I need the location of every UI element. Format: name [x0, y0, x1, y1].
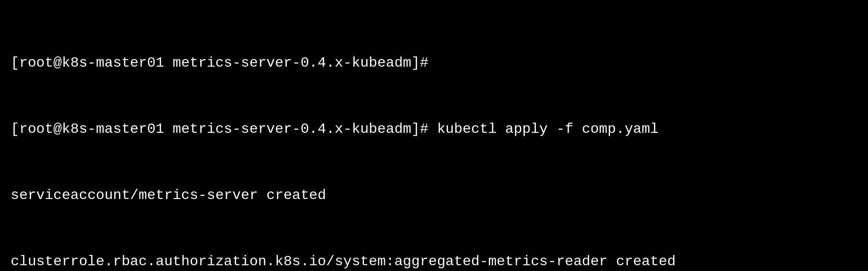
terminal-line: clusterrole.rbac.authorization.k8s.io/sy… — [11, 251, 857, 271]
terminal-window[interactable]: [root@k8s-master01 metrics-server-0.4.x-… — [0, 0, 868, 271]
terminal-line: [root@k8s-master01 metrics-server-0.4.x-… — [11, 52, 857, 74]
terminal-line: serviceaccount/metrics-server created — [11, 184, 857, 207]
terminal-line: [root@k8s-master01 metrics-server-0.4.x-… — [11, 118, 857, 140]
